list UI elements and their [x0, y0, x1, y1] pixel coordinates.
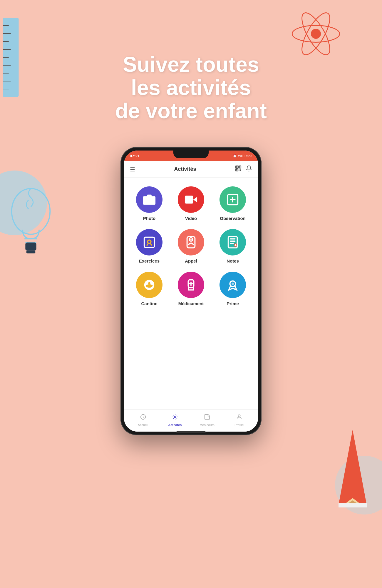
nav-activites[interactable]: Activités [159, 414, 191, 427]
photo-icon-circle [136, 186, 162, 213]
svg-rect-30 [240, 169, 241, 170]
alarm-icon: ⏰ [233, 154, 237, 158]
video-label: Vidéo [185, 216, 197, 221]
appel-icon-circle [178, 229, 204, 255]
header-title: Activités [174, 166, 196, 172]
svg-point-48 [174, 416, 176, 418]
notes-label: Notes [227, 258, 239, 263]
phone-mockup: 07:21 ⏰ WiFi 49% ☰ Activités [120, 147, 262, 435]
svg-point-41 [190, 239, 192, 240]
app-header: ☰ Activités [124, 161, 258, 178]
activity-appel[interactable]: Appel [172, 229, 210, 263]
medicament-icon-circle [178, 272, 204, 298]
svg-marker-19 [339, 430, 367, 505]
cantine-icon-circle [136, 272, 162, 298]
qr-icon[interactable] [235, 165, 242, 173]
svg-rect-28 [236, 169, 238, 171]
notch [173, 151, 209, 158]
nav-mes-cours[interactable]: Mes cours [191, 414, 223, 427]
svg-rect-35 [185, 196, 193, 204]
svg-rect-22 [339, 503, 367, 507]
activites-nav-label: Activités [168, 423, 182, 427]
status-time: 07:21 [130, 154, 140, 158]
exercices-icon-circle [136, 229, 162, 255]
profile-label: Profile [234, 423, 244, 427]
wifi-icon: WiFi [238, 154, 244, 158]
activity-observation[interactable]: Observation [213, 186, 252, 221]
prime-icon-circle [220, 272, 246, 298]
activity-medicament[interactable]: Médicament [172, 272, 210, 306]
accueil-icon [140, 414, 146, 422]
observation-icon-circle [220, 186, 246, 213]
home-button [176, 431, 206, 433]
nav-accueil[interactable]: Accueil [127, 414, 159, 427]
nav-profile[interactable]: Profile [223, 414, 255, 427]
svg-point-49 [238, 415, 240, 417]
mes-cours-icon [204, 414, 210, 422]
battery-text: 49% [246, 154, 252, 158]
bulb-decoration [3, 179, 59, 262]
svg-rect-32 [240, 170, 241, 171]
bottom-navigation: Accueil Activités [124, 409, 258, 432]
status-bar: 07:21 ⏰ WiFi 49% [124, 151, 258, 161]
accueil-label: Accueil [138, 423, 148, 427]
svg-marker-34 [193, 197, 197, 202]
svg-rect-26 [239, 166, 241, 168]
appel-label: Appel [185, 258, 197, 263]
svg-rect-29 [239, 169, 239, 170]
cantine-label: Cantine [141, 301, 157, 306]
exercices-label: Exercices [139, 258, 160, 263]
notes-icon-circle [220, 229, 246, 255]
observation-label: Observation [220, 216, 246, 221]
activites-icon [172, 414, 178, 422]
svg-rect-37 [144, 237, 155, 248]
menu-icon[interactable]: ☰ [130, 166, 135, 173]
activity-prime[interactable]: Prime [213, 272, 252, 306]
hero-text: Suivez toutes les activités de votre enf… [0, 53, 382, 123]
status-icons: ⏰ WiFi 49% [233, 154, 252, 158]
app-content: Photo Vidéo Observation [124, 178, 258, 409]
activities-grid: Photo Vidéo Observation [130, 186, 252, 306]
pencil-decoration [329, 420, 376, 514]
prime-label: Prime [227, 301, 239, 306]
profile-icon [236, 414, 242, 422]
svg-rect-17 [25, 243, 36, 251]
video-icon-circle [178, 186, 204, 213]
svg-point-0 [311, 29, 321, 39]
medicament-label: Médicament [178, 301, 204, 306]
svg-point-46 [232, 283, 234, 285]
photo-label: Photo [143, 216, 156, 221]
activity-notes[interactable]: Notes [213, 229, 252, 263]
activity-photo[interactable]: Photo [130, 186, 169, 221]
svg-rect-18 [26, 251, 35, 253]
bell-icon[interactable] [246, 165, 252, 173]
mes-cours-label: Mes cours [200, 423, 215, 427]
svg-rect-31 [239, 170, 239, 171]
svg-rect-24 [236, 166, 238, 168]
activity-video[interactable]: Vidéo [172, 186, 210, 221]
activity-exercices[interactable]: Exercices [130, 229, 169, 263]
activity-cantine[interactable]: Cantine [130, 272, 169, 306]
svg-point-14 [12, 188, 50, 234]
